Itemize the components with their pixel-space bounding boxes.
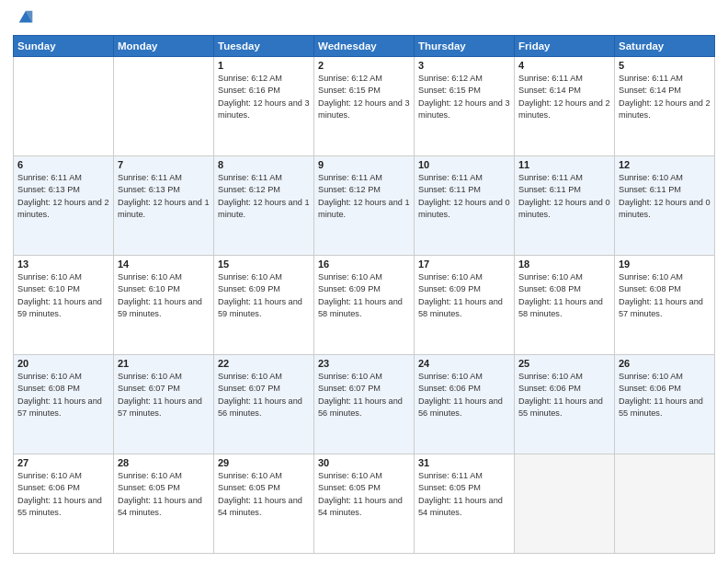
- day-number: 7: [118, 159, 210, 170]
- calendar-cell: [615, 454, 715, 554]
- day-info: Sunrise: 6:10 AMSunset: 6:06 PMDaylight:…: [619, 371, 711, 419]
- calendar-cell: 29Sunrise: 6:10 AMSunset: 6:05 PMDayligh…: [214, 454, 314, 554]
- day-info: Sunrise: 6:10 AMSunset: 6:08 PMDaylight:…: [518, 271, 610, 320]
- day-number: 5: [619, 60, 711, 71]
- calendar-cell: 23Sunrise: 6:10 AMSunset: 6:07 PMDayligh…: [314, 355, 415, 454]
- day-info: Sunrise: 6:11 AMSunset: 6:12 PMDaylight:…: [218, 172, 310, 221]
- day-info: Sunrise: 6:10 AMSunset: 6:06 PMDaylight:…: [17, 470, 109, 519]
- calendar-cell: 6Sunrise: 6:11 AMSunset: 6:13 PMDaylight…: [14, 156, 114, 256]
- calendar-cell: 21Sunrise: 6:10 AMSunset: 6:07 PMDayligh…: [114, 355, 214, 454]
- day-info: Sunrise: 6:10 AMSunset: 6:06 PMDaylight:…: [418, 371, 510, 419]
- calendar-week-4: 20Sunrise: 6:10 AMSunset: 6:08 PMDayligh…: [14, 355, 715, 454]
- calendar-cell: 31Sunrise: 6:11 AMSunset: 6:05 PMDayligh…: [415, 454, 515, 554]
- day-header-sunday: Sunday: [14, 36, 114, 57]
- calendar-cell: 18Sunrise: 6:10 AMSunset: 6:08 PMDayligh…: [515, 256, 615, 355]
- calendar-cell: 24Sunrise: 6:10 AMSunset: 6:06 PMDayligh…: [415, 355, 515, 454]
- day-number: 27: [17, 457, 109, 468]
- day-info: Sunrise: 6:10 AMSunset: 6:05 PMDaylight:…: [118, 470, 210, 519]
- calendar-cell: 19Sunrise: 6:10 AMSunset: 6:08 PMDayligh…: [615, 256, 715, 355]
- day-number: 28: [118, 457, 210, 468]
- calendar-cell: 12Sunrise: 6:10 AMSunset: 6:11 PMDayligh…: [615, 156, 715, 256]
- day-number: 8: [218, 159, 310, 170]
- day-number: 13: [17, 259, 109, 270]
- day-header-friday: Friday: [515, 36, 615, 57]
- day-number: 21: [118, 358, 210, 369]
- day-header-tuesday: Tuesday: [214, 36, 314, 57]
- day-header-saturday: Saturday: [615, 36, 715, 57]
- day-number: 6: [17, 159, 109, 170]
- day-info: Sunrise: 6:11 AMSunset: 6:13 PMDaylight:…: [17, 172, 109, 221]
- day-info: Sunrise: 6:10 AMSunset: 6:10 PMDaylight:…: [17, 271, 109, 320]
- day-info: Sunrise: 6:11 AMSunset: 6:11 PMDaylight:…: [418, 172, 510, 221]
- day-number: 29: [218, 457, 310, 468]
- day-info: Sunrise: 6:10 AMSunset: 6:06 PMDaylight:…: [518, 371, 610, 419]
- calendar-cell: 11Sunrise: 6:11 AMSunset: 6:11 PMDayligh…: [515, 156, 615, 256]
- calendar-cell: 8Sunrise: 6:11 AMSunset: 6:12 PMDaylight…: [214, 156, 314, 256]
- calendar-week-3: 13Sunrise: 6:10 AMSunset: 6:10 PMDayligh…: [14, 256, 715, 355]
- day-number: 25: [518, 358, 610, 369]
- calendar-cell: 16Sunrise: 6:10 AMSunset: 6:09 PMDayligh…: [314, 256, 415, 355]
- day-header-thursday: Thursday: [415, 36, 515, 57]
- day-info: Sunrise: 6:12 AMSunset: 6:15 PMDaylight:…: [418, 73, 510, 121]
- day-info: Sunrise: 6:11 AMSunset: 6:13 PMDaylight:…: [118, 172, 210, 221]
- day-number: 23: [318, 358, 410, 369]
- calendar-cell: 20Sunrise: 6:10 AMSunset: 6:08 PMDayligh…: [14, 355, 114, 454]
- day-info: Sunrise: 6:10 AMSunset: 6:07 PMDaylight:…: [218, 371, 310, 419]
- day-info: Sunrise: 6:10 AMSunset: 6:11 PMDaylight:…: [619, 172, 711, 221]
- calendar-cell: 26Sunrise: 6:10 AMSunset: 6:06 PMDayligh…: [615, 355, 715, 454]
- calendar-cell: 14Sunrise: 6:10 AMSunset: 6:10 PMDayligh…: [114, 256, 214, 355]
- day-number: 4: [518, 60, 610, 71]
- day-number: 12: [619, 159, 711, 170]
- day-info: Sunrise: 6:10 AMSunset: 6:07 PMDaylight:…: [318, 371, 410, 419]
- day-number: 11: [518, 159, 610, 170]
- header-row: SundayMondayTuesdayWednesdayThursdayFrid…: [14, 36, 715, 57]
- day-number: 24: [418, 358, 510, 369]
- day-number: 17: [418, 259, 510, 270]
- day-info: Sunrise: 6:11 AMSunset: 6:14 PMDaylight:…: [518, 73, 610, 121]
- day-number: 2: [318, 60, 410, 71]
- calendar-cell: 13Sunrise: 6:10 AMSunset: 6:10 PMDayligh…: [14, 256, 114, 355]
- day-info: Sunrise: 6:10 AMSunset: 6:05 PMDaylight:…: [218, 470, 310, 519]
- calendar-cell: 3Sunrise: 6:12 AMSunset: 6:15 PMDaylight…: [415, 57, 515, 156]
- calendar-cell: 30Sunrise: 6:10 AMSunset: 6:05 PMDayligh…: [314, 454, 415, 554]
- day-info: Sunrise: 6:10 AMSunset: 6:09 PMDaylight:…: [318, 271, 410, 320]
- day-info: Sunrise: 6:10 AMSunset: 6:07 PMDaylight:…: [118, 371, 210, 419]
- calendar-cell: 5Sunrise: 6:11 AMSunset: 6:14 PMDaylight…: [615, 57, 715, 156]
- calendar-cell: [114, 57, 214, 156]
- day-info: Sunrise: 6:12 AMSunset: 6:16 PMDaylight:…: [218, 73, 310, 121]
- calendar-cell: [14, 57, 114, 156]
- day-number: 3: [418, 60, 510, 71]
- day-info: Sunrise: 6:10 AMSunset: 6:09 PMDaylight:…: [418, 271, 510, 320]
- calendar-cell: 27Sunrise: 6:10 AMSunset: 6:06 PMDayligh…: [14, 454, 114, 554]
- day-header-wednesday: Wednesday: [314, 36, 415, 57]
- calendar-week-5: 27Sunrise: 6:10 AMSunset: 6:06 PMDayligh…: [14, 454, 715, 554]
- day-number: 20: [17, 358, 109, 369]
- calendar-cell: 2Sunrise: 6:12 AMSunset: 6:15 PMDaylight…: [314, 57, 415, 156]
- day-number: 26: [619, 358, 711, 369]
- calendar-week-2: 6Sunrise: 6:11 AMSunset: 6:13 PMDaylight…: [14, 156, 715, 256]
- day-info: Sunrise: 6:12 AMSunset: 6:15 PMDaylight:…: [318, 73, 410, 121]
- calendar-cell: 4Sunrise: 6:11 AMSunset: 6:14 PMDaylight…: [515, 57, 615, 156]
- day-number: 30: [318, 457, 410, 468]
- header: [13, 9, 715, 28]
- calendar-cell: 9Sunrise: 6:11 AMSunset: 6:12 PMDaylight…: [314, 156, 415, 256]
- calendar-cell: 28Sunrise: 6:10 AMSunset: 6:05 PMDayligh…: [114, 454, 214, 554]
- day-header-monday: Monday: [114, 36, 214, 57]
- day-number: 14: [118, 259, 210, 270]
- calendar-cell: 15Sunrise: 6:10 AMSunset: 6:09 PMDayligh…: [214, 256, 314, 355]
- day-number: 22: [218, 358, 310, 369]
- calendar-cell: 17Sunrise: 6:10 AMSunset: 6:09 PMDayligh…: [415, 256, 515, 355]
- calendar-cell: 1Sunrise: 6:12 AMSunset: 6:16 PMDaylight…: [214, 57, 314, 156]
- day-number: 10: [418, 159, 510, 170]
- day-info: Sunrise: 6:10 AMSunset: 6:09 PMDaylight:…: [218, 271, 310, 320]
- day-info: Sunrise: 6:10 AMSunset: 6:05 PMDaylight:…: [318, 470, 410, 519]
- calendar-table: SundayMondayTuesdayWednesdayThursdayFrid…: [13, 35, 715, 554]
- day-info: Sunrise: 6:10 AMSunset: 6:10 PMDaylight:…: [118, 271, 210, 320]
- day-number: 9: [318, 159, 410, 170]
- day-info: Sunrise: 6:11 AMSunset: 6:11 PMDaylight:…: [518, 172, 610, 221]
- day-info: Sunrise: 6:11 AMSunset: 6:12 PMDaylight:…: [318, 172, 410, 221]
- logo-icon: [16, 7, 36, 28]
- calendar-cell: 7Sunrise: 6:11 AMSunset: 6:13 PMDaylight…: [114, 156, 214, 256]
- day-number: 18: [518, 259, 610, 270]
- calendar-cell: 25Sunrise: 6:10 AMSunset: 6:06 PMDayligh…: [515, 355, 615, 454]
